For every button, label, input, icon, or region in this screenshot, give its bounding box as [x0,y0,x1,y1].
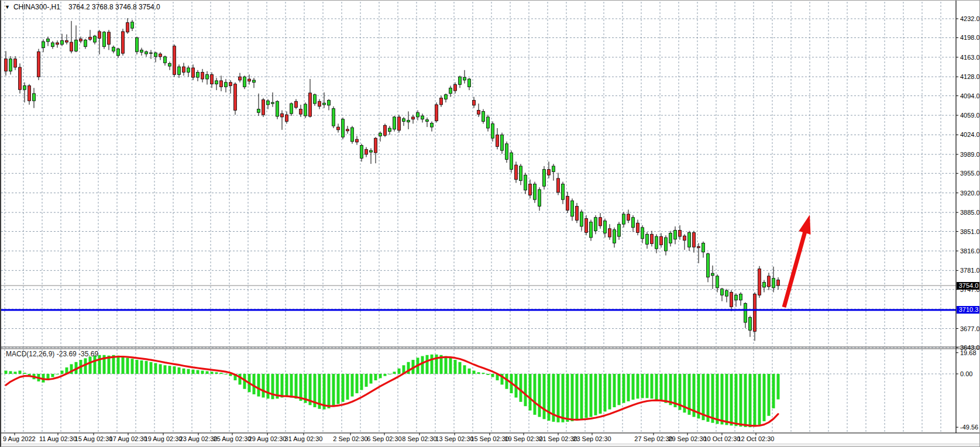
chart-plot-surface[interactable]: 4232.04198.04163.04128.04094.04059.04024… [1,1,980,447]
macd-histogram-bar [665,374,668,403]
candle-body [552,166,555,172]
candle-body [126,23,129,32]
price-axis-label: 3816.0 [960,247,980,255]
candle-body [524,175,527,190]
time-axis-label[interactable]: 23 Aug 02:30 [180,435,218,442]
candle-body [84,40,87,46]
macd-histogram-bar [154,363,157,374]
macd-histogram-bar [342,374,345,402]
candle-body [239,77,242,80]
macd-histogram-bar [286,374,288,397]
macd-histogram-bar [145,361,148,374]
candle-body [229,82,232,86]
macd-axis-label: -49.56 [960,424,978,431]
macd-histogram-bar [449,357,452,374]
macd-histogram-bar [744,374,747,427]
mt4-chart-window[interactable]: 4232.04198.04163.04128.04094.04059.04024… [0,0,980,447]
trend-arrow-head[interactable] [799,215,810,235]
candle-body [388,128,391,132]
candle-body [211,74,214,84]
macd-histogram-bar [388,374,391,374]
candle-body [426,120,429,122]
macd-histogram-bar [197,370,200,374]
time-axis-label[interactable]: 29 Aug 02:30 [249,435,287,442]
time-axis-label[interactable]: 17 Aug 02:30 [109,435,147,442]
macd-histogram-bar [14,372,17,374]
time-axis-label[interactable]: 21 Sep 02:30 [539,435,577,442]
candle-body [557,178,560,192]
candle-body [159,54,162,57]
candle-body [501,135,504,150]
macd-histogram-bar [669,374,672,405]
macd-axis-label: 19.68 [960,349,976,356]
macd-histogram-bar [374,374,377,380]
candle-body [534,184,537,200]
time-axis-label[interactable]: 19 Sep 02:30 [504,435,542,442]
candle-body [215,81,218,84]
candle-body [758,269,761,295]
macd-histogram-bar [463,365,466,374]
time-axis-label[interactable]: 8 Sep 02:30 [402,435,436,442]
time-axis-label[interactable]: 12 Oct 02:30 [738,435,775,442]
time-axis-label[interactable]: 23 Sep 02:30 [573,435,611,442]
macd-histogram-bar [164,365,167,374]
macd-indicator-label: MACD(12,26,9) -23.69 -35.69 [6,350,98,358]
macd-histogram-bar [557,374,560,422]
macd-histogram-bar [98,355,101,374]
macd-histogram-bar [300,374,302,401]
time-axis-label[interactable]: 15 Aug 02:30 [75,435,113,442]
candle-body [262,99,265,115]
candle-body [323,103,326,105]
candle-body [463,77,466,80]
candle-body [56,43,59,44]
candle-body [66,40,68,42]
candle-body [543,170,546,187]
time-axis-label[interactable]: 11 Aug 02:30 [39,435,77,442]
macd-histogram-bar [159,364,162,374]
candle-body [108,32,111,44]
macd-histogram-bar [702,374,705,420]
time-axis-label[interactable]: 13 Sep 02:30 [435,435,473,442]
candle-body [491,123,494,138]
candle-body [477,110,480,114]
macd-histogram-bar [5,370,8,374]
time-axis-label[interactable]: 19 Aug 02:30 [145,435,183,442]
trend-arrow-shaft[interactable] [784,231,805,307]
time-axis-label[interactable]: 29 Sep 02:30 [668,435,706,442]
macd-histogram-bar [239,374,242,384]
time-axis-label[interactable]: 15 Sep 02:30 [470,435,508,442]
support-hline[interactable] [1,309,956,311]
candle-body [23,85,26,90]
candle-body [468,79,471,87]
macd-histogram-bar [646,374,649,398]
time-axis-label[interactable]: 27 Sep 02:30 [634,435,672,442]
time-axis-label[interactable]: 2 Sep 02:30 [333,435,367,442]
time-axis-label[interactable]: 6 Sep 02:30 [367,435,401,442]
time-axis-label[interactable]: 10 Oct 02:30 [704,435,741,442]
macd-histogram-bar [211,372,214,374]
candle-body [201,73,204,79]
macd-histogram-bar [459,362,462,374]
macd-histogram-bar [768,374,771,416]
time-axis-label[interactable]: 9 Aug 2022 [3,435,36,442]
macd-histogram-bar [215,372,218,374]
candle-body [220,81,223,87]
candle-body [618,224,621,236]
candle-body [51,43,54,47]
macd-histogram-bar [384,374,387,376]
macd-histogram-bar [89,357,92,374]
candle-body [482,111,485,121]
candle-body [632,218,635,228]
time-axis-label[interactable]: 25 Aug 02:30 [214,435,252,442]
macd-histogram-bar [346,374,349,400]
candle-body [122,32,125,53]
macd-histogram-bar [772,374,775,408]
candle-body [370,150,373,152]
macd-histogram-bar [187,369,190,374]
macd-histogram-bar [454,360,457,374]
time-axis-label[interactable]: 31 Aug 02:30 [285,435,323,442]
macd-histogram-bar [487,374,490,375]
candle-body [403,119,405,122]
chart-dropdown-icon[interactable]: ▼ [5,4,10,10]
candle-body [374,138,377,153]
